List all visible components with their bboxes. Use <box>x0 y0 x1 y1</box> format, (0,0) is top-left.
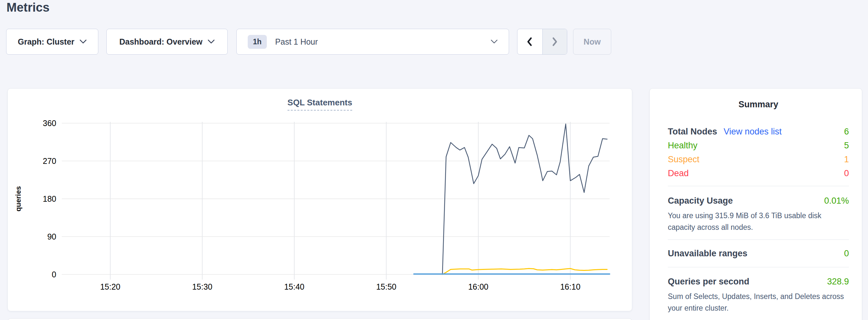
series-statements-navy <box>442 124 607 275</box>
total-nodes-value: 6 <box>844 127 849 137</box>
queries-per-second-row: Queries per second 328.9 <box>668 275 849 288</box>
total-nodes-row: Total Nodes View nodes list 6 <box>668 125 849 138</box>
graph-dropdown[interactable]: Graph: Cluster <box>6 29 98 55</box>
capacity-usage-row: Capacity Usage 0.01% <box>668 194 849 207</box>
queries-per-second-label: Queries per second <box>668 277 749 287</box>
total-nodes-label: Total Nodes <box>668 127 717 137</box>
chevron-down-icon <box>80 39 87 44</box>
time-range-badge: 1h <box>248 35 267 49</box>
unavailable-ranges-value: 0 <box>844 249 849 259</box>
now-button[interactable]: Now <box>573 29 611 55</box>
y-axis-title: queries <box>14 186 22 212</box>
suspect-value: 1 <box>844 155 849 164</box>
time-nav-group <box>517 29 567 55</box>
summary-title: Summary <box>668 100 849 109</box>
capacity-usage-value: 0.01% <box>824 196 849 206</box>
page-title: Metrics <box>6 1 50 14</box>
summary-panel: Summary Total Nodes View nodes list 6 He… <box>649 88 862 320</box>
y-tick-label: 0 <box>52 270 56 279</box>
chevron-right-icon <box>551 36 559 47</box>
capacity-usage-label: Capacity Usage <box>668 196 733 206</box>
y-tick-label: 360 <box>43 119 56 128</box>
chevron-left-icon <box>526 36 534 47</box>
time-forward-button[interactable] <box>542 29 567 54</box>
divider <box>668 267 849 267</box>
dashboard-dropdown[interactable]: Dashboard: Overview <box>106 29 228 55</box>
x-tick-label: 15:50 <box>376 282 397 291</box>
suspect-label: Suspect <box>668 155 700 164</box>
time-range-label: Past 1 Hour <box>275 37 318 46</box>
view-nodes-list-link[interactable]: View nodes list <box>724 127 782 137</box>
divider <box>668 186 849 186</box>
graph-dropdown-label: Graph: Cluster <box>18 37 74 46</box>
time-range-selector[interactable]: 1h Past 1 Hour <box>237 29 509 55</box>
healthy-value: 5 <box>844 140 849 151</box>
suspect-nodes-row: Suspect 1 <box>668 153 849 166</box>
healthy-nodes-row: Healthy 5 <box>668 139 849 152</box>
sql-statements-chart[interactable]: 09018027036015:2015:3015:4015:5016:0016:… <box>8 89 632 312</box>
capacity-usage-description: You are using 315.9 MiB of 3.6 TiB usabl… <box>668 210 849 233</box>
x-tick-label: 15:30 <box>192 282 213 291</box>
unavailable-ranges-label: Unavailable ranges <box>668 249 747 259</box>
dead-nodes-row: Dead 0 <box>668 167 849 180</box>
dead-label: Dead <box>668 168 689 179</box>
queries-per-second-description: Sum of Selects, Updates, Inserts, and De… <box>668 291 849 314</box>
y-tick-label: 180 <box>43 194 56 203</box>
chevron-down-icon <box>208 39 215 44</box>
unavailable-ranges-row: Unavailable ranges 0 <box>668 247 849 260</box>
next-chart-card <box>7 318 632 320</box>
sql-statements-card: SQL Statements 09018027036015:2015:3015:… <box>7 88 632 311</box>
x-tick-label: 15:40 <box>284 282 305 291</box>
x-tick-label: 16:00 <box>468 282 489 291</box>
dashboard-dropdown-label: Dashboard: Overview <box>119 37 203 46</box>
divider <box>668 239 849 240</box>
time-back-button[interactable] <box>518 29 542 54</box>
dead-value: 0 <box>844 168 849 179</box>
x-tick-label: 16:10 <box>560 282 581 291</box>
healthy-label: Healthy <box>668 140 698 151</box>
chevron-down-icon <box>491 39 498 44</box>
y-tick-label: 90 <box>47 232 56 241</box>
queries-per-second-value: 328.9 <box>827 277 849 287</box>
x-tick-label: 15:20 <box>100 282 121 291</box>
y-tick-label: 270 <box>43 156 56 165</box>
